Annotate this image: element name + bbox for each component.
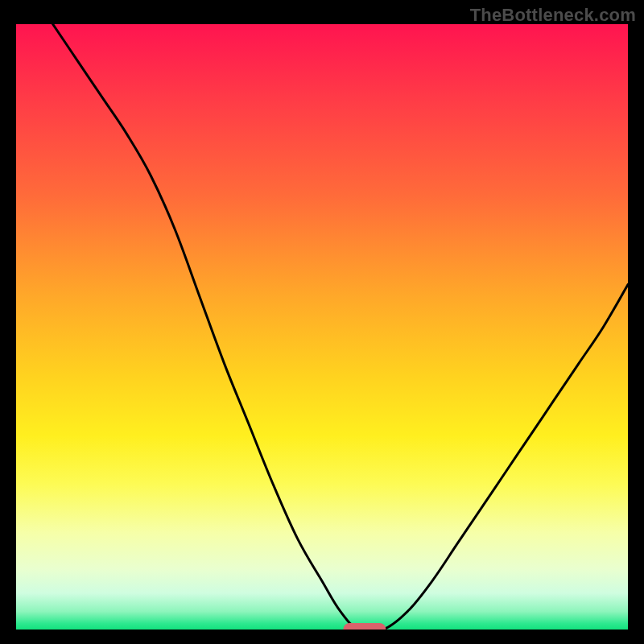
chart-frame: TheBottleneck.com [0, 0, 644, 644]
curve-svg [16, 24, 628, 630]
bottleneck-curve [53, 24, 628, 630]
plot-area [16, 24, 628, 630]
watermark-text: TheBottleneck.com [470, 5, 636, 26]
optimal-marker [344, 623, 386, 630]
